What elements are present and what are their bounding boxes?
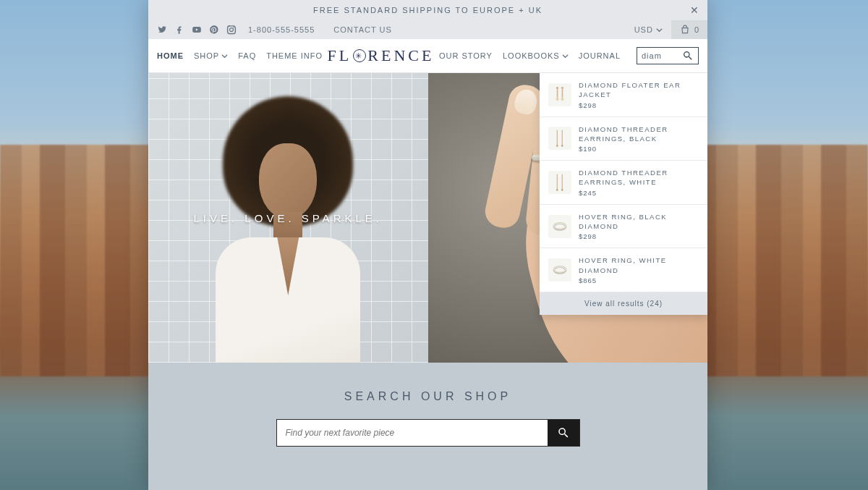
suggestion-title: DIAMOND THREADER EARRINGS, BLACK	[579, 124, 699, 144]
logo-post: RENCE	[367, 46, 434, 65]
nav-faq[interactable]: FAQ	[238, 51, 256, 60]
header-search[interactable]	[637, 47, 699, 64]
search-suggestions-dropdown: DIAMOND FLOATER EAR JACKET$298DIAMOND TH…	[540, 73, 707, 315]
chevron-down-icon	[656, 27, 663, 33]
svg-point-13	[561, 189, 563, 191]
svg-rect-2	[557, 89, 558, 98]
suggestion-price: $865	[579, 276, 699, 284]
suggestion-item[interactable]: HOVER RING, WHITE DIAMOND$865	[540, 248, 707, 292]
nav-theme-info[interactable]: THEME INFO	[266, 51, 323, 60]
svg-rect-3	[562, 89, 563, 98]
nav-journal[interactable]: JOURNAL	[579, 51, 621, 60]
svg-point-0	[556, 87, 558, 89]
svg-rect-10	[557, 174, 558, 190]
bag-icon	[680, 25, 690, 35]
search-input[interactable]	[642, 51, 678, 60]
suggestion-thumb	[548, 127, 571, 150]
contact-link[interactable]: CONTACT US	[333, 25, 392, 34]
currency-selector[interactable]: USD	[634, 25, 663, 34]
promo-bar: FREE STANDARD SHIPPING TO EUROPE + UK ✕	[148, 0, 707, 20]
search-icon	[557, 426, 570, 439]
nav-shop[interactable]: SHOP	[194, 51, 228, 60]
suggestion-title: DIAMOND FLOATER EAR JACKET	[579, 80, 699, 100]
suggestion-price: $298	[579, 101, 699, 109]
suggestion-price: $245	[579, 189, 699, 197]
facebook-icon[interactable]	[174, 25, 184, 35]
nav-shop-label: SHOP	[194, 51, 219, 60]
nav-our-story[interactable]: OUR STORY	[439, 51, 493, 60]
nav-lookbooks-label: LOOKBOOKS	[503, 51, 560, 60]
bag-count: 0	[694, 25, 699, 34]
svg-point-5	[561, 98, 563, 101]
promo-close-button[interactable]: ✕	[690, 4, 700, 16]
site-logo[interactable]: FL RENCE	[328, 46, 435, 65]
suggestion-title: DIAMOND THREADER EARRINGS, WHITE	[579, 168, 699, 187]
currency-label: USD	[634, 25, 653, 34]
instagram-icon[interactable]	[226, 25, 237, 35]
svg-point-8	[556, 145, 558, 147]
big-search-form	[276, 419, 580, 447]
main-nav: HOME SHOP FAQ THEME INFO FL RENCE OUR ST…	[148, 39, 707, 73]
svg-point-4	[556, 98, 558, 101]
search-section-heading: SEARCH OUR SHOP	[148, 390, 707, 403]
suggestion-price: $190	[579, 145, 699, 153]
suggestion-thumb	[548, 215, 571, 238]
view-all-results[interactable]: View all results (24)	[540, 292, 707, 315]
svg-rect-6	[557, 130, 558, 145]
chevron-down-icon	[562, 53, 569, 59]
big-search-input[interactable]	[277, 420, 548, 446]
suggestion-thumb	[548, 258, 571, 282]
suggestion-thumb	[548, 171, 571, 194]
phone-number: 1-800-555-5555	[248, 25, 315, 34]
nav-home[interactable]: HOME	[157, 51, 184, 60]
suggestion-item[interactable]: DIAMOND THREADER EARRINGS, BLACK$190	[540, 117, 707, 161]
hero-section: LIVE. LOVE. SPARKLE. RIN DIAMOND FLOATER…	[148, 73, 707, 363]
youtube-icon[interactable]	[192, 25, 202, 35]
utility-bar: 1-800-555-5555 CONTACT US USD 0	[148, 20, 707, 39]
suggestion-item[interactable]: HOVER RING, BLACK DIAMOND$298	[540, 205, 707, 249]
svg-point-9	[561, 145, 563, 147]
suggestion-item[interactable]: DIAMOND FLOATER EAR JACKET$298	[540, 73, 707, 117]
svg-rect-11	[562, 174, 563, 190]
logo-pre: FL	[328, 46, 352, 65]
svg-point-1	[561, 87, 563, 89]
svg-rect-7	[562, 130, 563, 145]
site-frame: FREE STANDARD SHIPPING TO EUROPE + UK ✕ …	[148, 0, 707, 490]
svg-point-12	[556, 189, 558, 191]
suggestion-price: $298	[579, 232, 699, 240]
search-our-shop-section: SEARCH OUR SHOP	[148, 363, 707, 490]
suggestion-thumb	[548, 83, 571, 106]
promo-text: FREE STANDARD SHIPPING TO EUROPE + UK	[313, 6, 542, 14]
nav-lookbooks[interactable]: LOOKBOOKS	[503, 51, 569, 60]
chevron-down-icon	[221, 53, 228, 59]
suggestion-title: HOVER RING, BLACK DIAMOND	[579, 212, 699, 232]
twitter-icon[interactable]	[157, 25, 167, 35]
logo-ornament-icon	[353, 49, 366, 62]
hero-panel-left[interactable]: LIVE. LOVE. SPARKLE.	[148, 73, 428, 363]
big-search-button[interactable]	[548, 420, 579, 446]
suggestion-title: HOVER RING, WHITE DIAMOND	[579, 255, 699, 275]
hero-caption-left: LIVE. LOVE. SPARKLE.	[194, 212, 383, 224]
shopping-bag[interactable]: 0	[671, 20, 707, 39]
pinterest-icon[interactable]	[209, 25, 219, 35]
search-icon[interactable]	[682, 50, 694, 62]
suggestion-item[interactable]: DIAMOND THREADER EARRINGS, WHITE$245	[540, 161, 707, 205]
